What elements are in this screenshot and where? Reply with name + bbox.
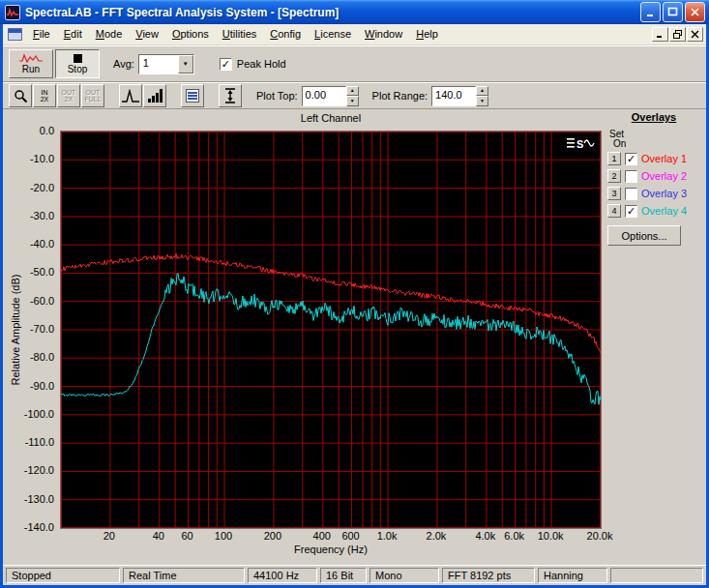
menu-item-config[interactable]: Config (263, 26, 308, 43)
zoom-in-2x-button[interactable]: IN2X (33, 84, 56, 107)
display-options-button[interactable] (181, 84, 204, 107)
line-plot-button[interactable] (119, 84, 142, 107)
x-axis-label: Frequency (Hz) (60, 544, 602, 555)
overlay-row: 4 ✓ Overlay 4 (607, 202, 687, 220)
overlays-on-header: On (613, 138, 626, 149)
plot-top-spin-down[interactable]: ▼ (346, 96, 359, 106)
y-tick-label: -100.0 (3, 408, 54, 420)
x-tick-label: 1.0k (366, 530, 408, 542)
overlays-title[interactable]: Overlays (605, 111, 703, 123)
autoscale-button[interactable] (219, 84, 242, 107)
zoom-tool-button[interactable] (9, 84, 32, 107)
peak-curve-icon (122, 89, 139, 103)
overlay-on-checkbox[interactable] (625, 188, 637, 200)
y-tick-label: -90.0 (3, 380, 54, 392)
overlay-set-button[interactable]: 2 (607, 169, 621, 183)
y-tick-label: -40.0 (3, 238, 54, 250)
svg-text:S: S (576, 138, 583, 150)
report-lines-icon (186, 89, 199, 103)
overlay-row: 3 Overlay 3 (607, 185, 687, 202)
status-44100-hz: 44100 Hz (248, 568, 317, 583)
child-close-button[interactable] (687, 27, 703, 42)
plot-range-spinner: 140.0 ▲ ▼ (431, 86, 488, 106)
plot-top-spin-up[interactable]: ▲ (346, 86, 359, 97)
plot-range-spin-up[interactable]: ▲ (476, 86, 488, 97)
child-minimize-button[interactable] (652, 27, 668, 42)
peak-hold-checkbox[interactable]: ✓ (220, 58, 232, 71)
stop-square-icon (74, 54, 82, 63)
child-window-icon[interactable] (8, 28, 22, 41)
run-button[interactable]: Run (9, 49, 53, 78)
app-window: SpectraLAB - FFT Spectral Analysis Syste… (0, 0, 709, 588)
overlay-on-checkbox[interactable] (625, 170, 637, 183)
menu-item-window[interactable]: Window (358, 26, 409, 43)
plot-toolbar: IN2XOUT2XOUTFULL Plot Top: 0.00 ▲ ▼ (3, 82, 706, 109)
stop-button-label: Stop (68, 64, 88, 74)
menu-item-license[interactable]: License (308, 26, 358, 43)
plot-range-input[interactable]: 140.0 (431, 86, 476, 106)
menu-bar: FileEditModeViewOptionsUtilitiesConfigLi… (3, 24, 706, 45)
status-16-bit: 16 Bit (320, 568, 367, 583)
y-tick-label: -30.0 (3, 210, 54, 221)
y-tick-label: -50.0 (3, 266, 54, 278)
menu-item-edit[interactable]: Edit (57, 26, 89, 43)
run-waveform-icon (19, 53, 43, 63)
spectrum-view: Left Channel Relative Amplitude (dB) 0.0… (3, 109, 706, 565)
plot-range-spin-down[interactable]: ▼ (476, 96, 488, 106)
y-tick-label: -140.0 (3, 521, 54, 533)
bar-chart-icon (148, 89, 162, 103)
avg-dropdown-arrow-icon[interactable]: ▼ (178, 55, 193, 74)
maximize-button[interactable] (663, 2, 683, 22)
overlay-row: 2 Overlay 2 (607, 167, 687, 185)
menu-item-view[interactable]: View (129, 26, 165, 43)
magnifier-icon (14, 89, 28, 103)
status-real-time: Real Time (123, 568, 245, 583)
x-tick-label: 20.0k (578, 530, 621, 542)
overlay-on-checkbox[interactable]: ✓ (625, 205, 637, 218)
x-tick-label: 20 (88, 530, 131, 542)
vertical-range-icon (223, 88, 237, 103)
status-bar: StoppedReal Time44100 Hz16 BitMonoFFT 81… (3, 565, 706, 585)
overlay-on-checkbox[interactable]: ✓ (625, 153, 637, 165)
menu-item-mode[interactable]: Mode (89, 26, 130, 43)
menu-item-options[interactable]: Options (165, 26, 216, 43)
chart-title: Left Channel (60, 112, 602, 124)
spectralab-logo-icon: S (567, 135, 596, 152)
menu-item-utilities[interactable]: Utilities (216, 26, 263, 43)
stop-button[interactable]: Stop (55, 49, 100, 78)
x-tick-label: 200 (251, 530, 294, 542)
overlay-options-button[interactable]: Options... (607, 225, 681, 246)
x-tick-label: 10.0k (529, 530, 572, 542)
y-tick-label: -70.0 (3, 323, 54, 335)
overlay-set-button[interactable]: 4 (607, 204, 621, 218)
overlay-set-button[interactable]: 3 (607, 187, 621, 200)
plot-top-input[interactable]: 0.00 (302, 86, 346, 106)
status-stopped: Stopped (6, 568, 120, 583)
y-tick-label: -80.0 (3, 351, 54, 363)
trace-overlay-4 (61, 274, 601, 405)
x-tick-label: 100 (202, 530, 245, 542)
run-button-label: Run (22, 64, 40, 74)
menu-item-help[interactable]: Help (409, 26, 445, 43)
menu-bar-items: FileEditModeViewOptionsUtilitiesConfigLi… (26, 26, 652, 43)
close-button[interactable] (685, 2, 705, 22)
avg-dropdown[interactable]: 1 ▼ (138, 54, 194, 74)
overlay-set-button[interactable]: 1 (607, 152, 621, 165)
transport-toolbar: Run Stop Avg: 1 ▼ ✓ Peak Hold (3, 45, 706, 82)
y-tick-label: -120.0 (3, 464, 54, 476)
child-restore-button[interactable] (669, 27, 686, 42)
trace-overlay-1 (61, 253, 601, 353)
overlay-label: Overlay 2 (641, 170, 687, 182)
overlays-panel: Overlays Set On 1 ✓ Overlay 1 2 Overlay … (605, 109, 703, 123)
menu-item-file[interactable]: File (26, 26, 57, 43)
overlay-label: Overlay 3 (641, 188, 687, 199)
minimize-button[interactable] (640, 2, 661, 22)
overlay-label: Overlay 1 (641, 153, 687, 164)
zoom-out-full-button: OUTFULL (81, 84, 104, 107)
spectrum-plot[interactable]: S (60, 131, 602, 529)
x-tick-label: 2.0k (415, 530, 458, 542)
y-tick-label: 0.0 (3, 125, 54, 136)
bar-plot-button[interactable] (143, 84, 166, 107)
app-icon[interactable] (5, 5, 20, 20)
avg-value: 1 (139, 55, 178, 74)
